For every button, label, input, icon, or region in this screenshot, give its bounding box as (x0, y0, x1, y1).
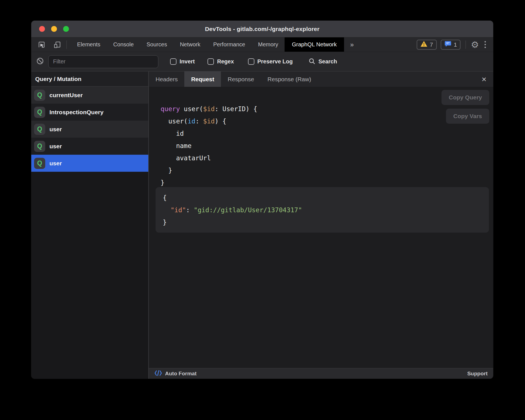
devtools-tab-graphql-network[interactable]: GraphQL Network (285, 37, 344, 52)
device-toolbar-icon[interactable] (53, 40, 61, 49)
query-variables-code: { "id": "gid://gitlab/User/13704317"} (163, 192, 482, 228)
query-list-item[interactable]: QcurrentUser (31, 87, 148, 104)
query-type-badge: Q (34, 124, 45, 135)
devtools-tab-network[interactable]: Network (173, 37, 207, 52)
traffic-lights (39, 21, 69, 37)
close-panel-button[interactable]: × (480, 71, 488, 87)
query-list-panel: Query / Mutation QcurrentUserQIntrospect… (31, 71, 149, 379)
warnings-count: 7 (430, 41, 433, 48)
preserve-log-checkbox-group[interactable]: Preserve Log (248, 58, 293, 65)
devtools-tab-elements[interactable]: Elements (71, 37, 107, 52)
invert-checkbox[interactable] (170, 58, 176, 65)
query-list-header: Query / Mutation (31, 71, 148, 87)
clear-block-icon[interactable] (36, 57, 44, 66)
detail-tab-bar: HeadersRequestResponseResponse (Raw) × (149, 71, 493, 87)
devtools-tab-sources[interactable]: Sources (140, 37, 173, 52)
query-type-badge: Q (34, 141, 45, 152)
query-list-item[interactable]: Quser (31, 138, 148, 155)
warning-triangle-icon (420, 40, 428, 49)
query-list-item[interactable]: Quser (31, 155, 148, 172)
code-line: } (161, 164, 257, 176)
query-list-item[interactable]: QIntrospectionQuery (31, 104, 148, 121)
preserve-log-label: Preserve Log (257, 58, 293, 65)
devtools-tab-memory[interactable]: Memory (252, 37, 285, 52)
code-line: id (161, 127, 257, 140)
code-line: query user($id: UserID) { (161, 103, 257, 115)
issues-badge[interactable]: 1 (441, 40, 461, 50)
detail-footer: Auto Format Support (149, 368, 493, 379)
auto-format-button[interactable]: Auto Format (154, 370, 197, 377)
search-label: Search (318, 58, 337, 65)
devtools-tab-bar: ElementsConsoleSourcesNetworkPerformance… (31, 37, 493, 52)
graphql-query-code: query user($id: UserID) { user(id: $id) … (161, 103, 257, 189)
query-type-badge: Q (34, 158, 45, 169)
more-options-kebab-icon[interactable] (483, 41, 488, 48)
devtools-tab-performance[interactable]: Performance (207, 37, 252, 52)
detail-tab-response[interactable]: Response (221, 71, 261, 87)
query-type-badge: Q (34, 90, 45, 101)
query-name-label: user (49, 160, 62, 167)
close-window-button[interactable] (39, 26, 45, 32)
devtools-tabs: ElementsConsoleSourcesNetworkPerformance… (71, 37, 344, 52)
issues-count: 1 (454, 41, 457, 48)
code-line: avatarUrl (161, 152, 257, 164)
preserve-log-checkbox[interactable] (248, 58, 254, 65)
request-detail-panel: HeadersRequestResponseResponse (Raw) × q… (149, 71, 493, 379)
chat-bubble-icon (444, 40, 452, 49)
regex-checkbox[interactable] (207, 58, 214, 65)
copy-vars-button[interactable]: Copy Vars (446, 109, 489, 124)
tabbar-divider (66, 40, 67, 49)
request-tab-content: query user($id: UserID) { user(id: $id) … (149, 87, 493, 368)
query-list-item[interactable]: Quser (31, 121, 148, 138)
code-line: { (163, 192, 482, 204)
warnings-badge[interactable]: 7 (417, 40, 437, 50)
query-list: QcurrentUserQIntrospectionQueryQuserQuse… (31, 87, 148, 172)
zoom-window-button[interactable] (63, 26, 69, 32)
regex-checkbox-group[interactable]: Regex (207, 58, 234, 65)
filter-bar: Invert Regex Preserve Log Search (31, 52, 493, 71)
devtools-tab-console[interactable]: Console (107, 37, 140, 52)
query-variables-card: { "id": "gid://gitlab/User/13704317"} (156, 187, 489, 233)
close-icon: × (481, 75, 486, 84)
search-icon (308, 58, 316, 66)
inspect-element-icon[interactable] (37, 40, 46, 49)
title-bar: DevTools - gitlab.com/-/graphql-explorer (31, 21, 493, 37)
code-line: "id": "gid://gitlab/User/13704317" (163, 204, 482, 216)
query-type-badge: Q (34, 107, 45, 118)
controls-divider (466, 40, 466, 49)
more-tabs-button[interactable]: » (344, 37, 360, 52)
minimize-window-button[interactable] (51, 26, 57, 32)
code-line: user(id: $id) { (161, 115, 257, 127)
settings-gear-icon[interactable]: ⚙ (471, 40, 479, 49)
query-name-label: currentUser (49, 92, 83, 99)
invert-checkbox-group[interactable]: Invert (170, 58, 195, 65)
detail-tab-headers[interactable]: Headers (149, 71, 184, 87)
support-link[interactable]: Support (467, 371, 488, 376)
detail-tab-request[interactable]: Request (184, 71, 221, 87)
invert-label: Invert (180, 58, 195, 65)
code-line: name (161, 140, 257, 152)
window-title: DevTools - gitlab.com/-/graphql-explorer (205, 26, 319, 32)
auto-format-label: Auto Format (165, 371, 197, 377)
filter-input[interactable] (48, 55, 158, 68)
code-brackets-icon (154, 370, 162, 377)
search-control[interactable]: Search (308, 58, 337, 66)
devtools-window: DevTools - gitlab.com/-/graphql-explorer… (31, 21, 493, 379)
query-name-label: IntrospectionQuery (49, 109, 104, 116)
query-name-label: user (49, 143, 62, 150)
query-name-label: user (49, 126, 62, 133)
regex-label: Regex (217, 58, 234, 65)
code-line: } (163, 216, 482, 228)
chevrons-right-icon: » (350, 41, 354, 49)
detail-tab-response-raw-[interactable]: Response (Raw) (261, 71, 318, 87)
copy-query-button[interactable]: Copy Query (442, 90, 489, 105)
